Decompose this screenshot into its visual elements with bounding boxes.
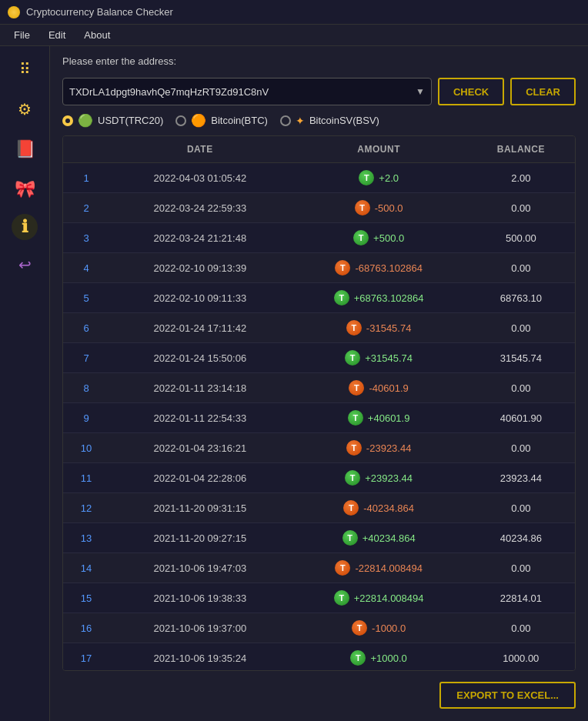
menu-about[interactable]: About [76, 26, 118, 44]
col-amount: AMOUNT [291, 136, 467, 163]
table-row: 72022-01-24 15:50:06T+31545.7431545.74 [63, 343, 575, 373]
radio-usdt-inner [65, 118, 70, 123]
cell-amount: T-68763.102864 [291, 253, 467, 283]
table-row: 52022-02-10 09:11:33T+68763.10286468763.… [63, 283, 575, 313]
cell-balance: 0.00 [467, 553, 575, 583]
positive-icon: T [345, 470, 360, 486]
table-row: 152021-10-06 19:38:33T+22814.00849422814… [63, 583, 575, 613]
cell-num: 4 [63, 253, 109, 283]
cell-date: 2021-10-06 19:38:33 [109, 583, 291, 613]
cell-amount: T-23923.44 [291, 433, 467, 463]
clear-button[interactable]: CLEAR [510, 78, 576, 105]
cell-amount: T+500.0 [291, 223, 467, 253]
table-row: 12022-04-03 01:05:42T+2.02.00 [63, 163, 575, 193]
app-title: Cryptocurrency Balance Checker [26, 6, 173, 18]
coin-option-bsv[interactable]: ✦ BitcoinSV(BSV) [280, 115, 379, 127]
cell-num: 5 [63, 283, 109, 313]
address-input[interactable] [69, 86, 416, 98]
cell-balance: 0.00 [467, 613, 575, 643]
table-row: 22022-03-24 22:59:33T-500.00.00 [63, 193, 575, 223]
cell-amount: T+1000.0 [291, 643, 467, 672]
table-row: 42022-02-10 09:13:39T-68763.1028640.00 [63, 253, 575, 283]
cell-num: 7 [63, 343, 109, 373]
cell-balance: 0.00 [467, 373, 575, 403]
export-button[interactable]: EXPORT TO EXCEL... [439, 682, 576, 709]
cell-balance: 0.00 [467, 493, 575, 523]
input-row: ▼ CHECK CLEAR [62, 78, 576, 105]
address-input-wrapper[interactable]: ▼ [62, 78, 432, 105]
cell-num: 2 [63, 193, 109, 223]
coin-selector: 🟢 USDT(TRC20) 🟠 Bitcoin(BTC) ✦ BitcoinSV… [62, 113, 576, 128]
table-header-row: DATE AMOUNT BALANCE [63, 136, 575, 163]
cell-num: 10 [63, 433, 109, 463]
info-icon[interactable]: ℹ [12, 214, 38, 240]
coin-option-usdt[interactable]: 🟢 USDT(TRC20) [62, 113, 163, 128]
cell-num: 12 [63, 493, 109, 523]
positive-icon: T [359, 170, 374, 185]
negative-icon: T [349, 380, 364, 396]
table-row: 122021-11-20 09:31:15T-40234.8640.00 [63, 493, 575, 523]
cell-amount: T+40234.864 [291, 523, 467, 553]
cell-num: 8 [63, 373, 109, 403]
col-balance: BALANCE [467, 136, 575, 163]
cell-date: 2022-01-11 22:54:33 [109, 403, 291, 433]
cell-date: 2022-02-10 09:11:33 [109, 283, 291, 313]
negative-icon: T [343, 500, 359, 516]
title-bar: Cryptocurrency Balance Checker [0, 0, 588, 25]
positive-icon: T [334, 290, 349, 305]
bsv-label: BitcoinSV(BSV) [309, 115, 379, 126]
positive-icon: T [353, 230, 369, 245]
app-icon [8, 6, 20, 18]
logout-icon[interactable]: ↩ [9, 249, 40, 280]
cell-date: 2022-03-24 22:59:33 [109, 193, 291, 223]
cell-amount: T-500.0 [291, 193, 467, 223]
table-row: 142021-10-06 19:47:03T-22814.0084940.00 [63, 553, 575, 583]
negative-icon: T [335, 260, 350, 275]
cell-date: 2022-04-03 01:05:42 [109, 163, 291, 193]
cell-balance: 68763.10 [467, 283, 575, 313]
settings-icon[interactable]: ⚙ [9, 94, 40, 125]
cell-balance: 22814.01 [467, 583, 575, 613]
cell-num: 16 [63, 613, 109, 643]
main-layout: ⠿ ⚙ 📕 🎀 ℹ ↩ Please enter the address: ▼ … [0, 46, 588, 721]
menu-file[interactable]: File [6, 26, 38, 44]
menu-bar: File Edit About [0, 25, 588, 46]
cell-amount: T+40601.9 [291, 403, 467, 433]
prompt-label: Please enter the address: [62, 55, 576, 67]
negative-icon: T [346, 320, 362, 335]
book-icon[interactable]: 📕 [9, 134, 40, 165]
cell-date: 2021-10-06 19:47:03 [109, 553, 291, 583]
cell-date: 2022-03-24 21:21:48 [109, 223, 291, 253]
table-row: 62022-01-24 17:11:42T-31545.740.00 [63, 313, 575, 343]
radio-bsv[interactable] [280, 115, 291, 126]
grid-icon[interactable]: ⠿ [9, 54, 40, 85]
col-date: DATE [109, 136, 291, 163]
positive-icon: T [342, 530, 358, 546]
cell-num: 17 [63, 643, 109, 672]
transactions-table-container: ··· DATE AMOUNT BALANCE 12022-04-03 01:0… [62, 135, 576, 671]
table-row: 32022-03-24 21:21:48T+500.0500.00 [63, 223, 575, 253]
radio-usdt[interactable] [62, 115, 73, 126]
cell-balance: 31545.74 [467, 343, 575, 373]
check-button[interactable]: CHECK [438, 78, 504, 105]
menu-edit[interactable]: Edit [41, 26, 73, 44]
cell-date: 2022-01-24 17:11:42 [109, 313, 291, 343]
positive-icon: T [345, 350, 360, 366]
cell-amount: T+22814.008494 [291, 583, 467, 613]
table-row: 112022-01-04 22:28:06T+23923.4423923.44 [63, 463, 575, 493]
cell-amount: T-40601.9 [291, 373, 467, 403]
cell-num: 9 [63, 403, 109, 433]
radio-btc[interactable] [175, 115, 186, 126]
table-row: 82022-01-11 23:14:18T-40601.90.00 [63, 373, 575, 403]
cell-balance: 1000.00 [467, 643, 575, 672]
gift-icon[interactable]: 🎀 [9, 174, 40, 205]
cell-balance: 500.00 [467, 223, 575, 253]
coin-option-btc[interactable]: 🟠 Bitcoin(BTC) [175, 113, 268, 128]
negative-icon: T [335, 560, 350, 576]
bsv-icon: ✦ [296, 115, 305, 127]
dropdown-arrow-icon[interactable]: ▼ [416, 86, 425, 97]
table-row: 92022-01-11 22:54:33T+40601.940601.90 [63, 403, 575, 433]
cell-date: 2021-10-06 19:35:24 [109, 643, 291, 672]
cell-date: 2021-11-20 09:31:15 [109, 493, 291, 523]
cell-amount: T-22814.008494 [291, 553, 467, 583]
